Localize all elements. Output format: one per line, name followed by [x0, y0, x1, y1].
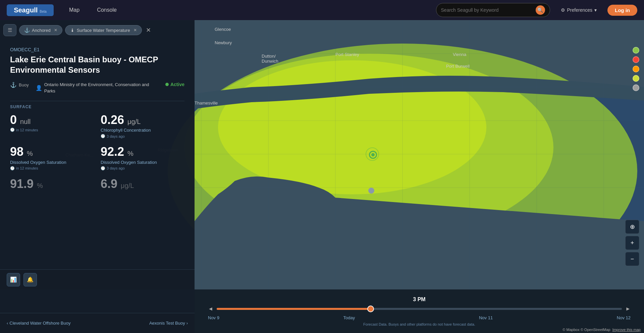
- section-surface-label: SURFACE: [10, 101, 184, 109]
- preferences-label: Preferences: [567, 7, 592, 13]
- panel-bottom-bar: 📊 🔔: [0, 269, 195, 289]
- meta-org-label: Ontario Ministry of the Environment, Con…: [44, 82, 159, 94]
- login-button[interactable]: Log in: [607, 5, 637, 16]
- search-bar: 🔍: [436, 3, 550, 17]
- time-ticks: Nov 9 Today Nov 11 Nov 12: [208, 315, 631, 320]
- metric-3-value: 98 %: [10, 145, 94, 158]
- panel-title: Lake Erie Central Basin buoy - OMECP Env…: [10, 54, 184, 75]
- metric-1-value: 0 null: [10, 113, 94, 127]
- map-attribution: © Mapbox © OpenStreetMap Improve this ma…: [562, 328, 641, 332]
- buoy-marker-gray[interactable]: [368, 188, 374, 194]
- map-controls: ⊕ + −: [625, 220, 639, 266]
- zoom-out-button[interactable]: −: [625, 252, 639, 266]
- tick-today: Today: [343, 315, 355, 320]
- nav-map[interactable]: Map: [64, 4, 85, 16]
- metric-6-value: 6.9 μg/L: [101, 177, 184, 191]
- active-label: Active: [170, 82, 184, 87]
- nav-console[interactable]: Console: [92, 4, 122, 16]
- logo: Seagull Beta: [7, 4, 54, 16]
- metric-2-label: Chlorophyll Concentration: [101, 128, 184, 133]
- legend-dot-yellow[interactable]: [633, 75, 639, 82]
- gear-icon: ⚙: [561, 7, 565, 13]
- metric-4-time: 🕐3 days ago: [101, 166, 184, 171]
- alert-button[interactable]: 🔔: [23, 273, 37, 286]
- logo-text: Seagull: [14, 6, 38, 14]
- anchor-icon: ⚓: [24, 27, 30, 33]
- metric-3-time: 🕐in 12 minutes: [10, 166, 94, 171]
- zoom-in-button[interactable]: +: [625, 236, 639, 250]
- metric-4: 92.2 % Dissolved Oxygen Saturation 🕐3 da…: [101, 145, 184, 171]
- chevron-down-icon: ▾: [594, 7, 597, 13]
- filter-bar: ☰ ⚓ Anchored ✕ 🌡 Surface Water Temperatu…: [3, 24, 152, 36]
- legend-dot-gray[interactable]: [633, 84, 639, 91]
- filter-temperature-label: Surface Water Temperature: [77, 28, 130, 33]
- tick-nov11: Nov 11: [479, 315, 493, 320]
- panel-meta: ⚓ Buoy 👤 Ontario Ministry of the Environ…: [10, 82, 184, 94]
- locate-button[interactable]: ⊕: [625, 220, 639, 234]
- thermometer-icon: 🌡: [70, 27, 75, 33]
- filter-anchored-label: Anchored: [32, 28, 51, 33]
- filter-close-button[interactable]: ✕: [145, 25, 152, 35]
- metric-4-value: 92.2 %: [101, 145, 184, 158]
- metric-5-value: 91.9 %: [10, 177, 94, 191]
- time-slider-area: 3 PM ◄ ► Nov 9 Today Nov 11 Nov 12 Forec…: [195, 289, 644, 333]
- meta-type-label: Buoy: [19, 82, 29, 87]
- panel-nav: ‹ Cleveland Water Offshore Buoy Aexonis …: [0, 313, 195, 333]
- chevron-left-icon: ‹: [7, 321, 8, 326]
- metric-6: 6.9 μg/L: [101, 177, 184, 191]
- buoy-marker-active[interactable]: [369, 151, 377, 159]
- legend-dot-green[interactable]: [633, 47, 639, 54]
- time-label: 3 PM: [413, 296, 425, 303]
- filter-chip-anchored[interactable]: ⚓ Anchored ✕: [19, 25, 62, 35]
- improve-map-link[interactable]: Improve this map: [612, 328, 641, 332]
- preferences-button[interactable]: ⚙ Preferences ▾: [557, 5, 601, 15]
- slider-thumb[interactable]: [367, 306, 374, 312]
- slider-arrow-right[interactable]: ►: [625, 306, 631, 312]
- metric-3: 98 % Dissolved Oxygen Saturation 🕐in 12 …: [10, 145, 94, 171]
- color-legend: [633, 47, 639, 91]
- meta-type: ⚓ Buoy: [10, 82, 29, 88]
- legend-dot-red[interactable]: [633, 56, 639, 63]
- metrics-grid: 0 null 🕐in 12 minutes 0.26 μg/L Chloroph…: [10, 113, 184, 191]
- meta-org-area: 👤 Ontario Ministry of the Environment, C…: [36, 82, 159, 94]
- filter-menu-button[interactable]: ☰: [3, 24, 16, 36]
- search-input[interactable]: [441, 7, 532, 13]
- forecast-note: Forecast Data. Buoys and other platforms…: [363, 322, 475, 326]
- filter-anchored-close[interactable]: ✕: [54, 28, 57, 32]
- metric-2-value: 0.26 μg/L: [101, 113, 184, 127]
- metric-1: 0 null 🕐in 12 minutes: [10, 113, 94, 139]
- prev-buoy-label: Cleveland Water Offshore Buoy: [9, 321, 70, 326]
- metric-1-time: 🕐in 12 minutes: [10, 128, 94, 132]
- slider-track-area: ◄ ►: [208, 306, 631, 312]
- navbar: Seagull Beta Map Console 🔍 ⚙ Preferences…: [0, 0, 644, 20]
- next-buoy-label: Aexonis Test Buoy: [149, 321, 185, 326]
- metric-2: 0.26 μg/L Chlorophyll Concentration 🕐3 d…: [101, 113, 184, 139]
- metric-2-time: 🕐3 days ago: [101, 134, 184, 138]
- metric-4-label: Dissolved Oxygen Saturation: [101, 160, 184, 165]
- buoy-icon: ⚓: [10, 82, 17, 88]
- tick-nov9: Nov 9: [208, 315, 219, 320]
- station-id: OMOECC_E1: [10, 47, 184, 52]
- nav-next-buoy[interactable]: Aexonis Test Buoy ›: [149, 321, 188, 326]
- metric-3-label: Dissolved Oxygen Saturation: [10, 160, 94, 165]
- filter-chip-temperature[interactable]: 🌡 Surface Water Temperature ✕: [65, 25, 142, 35]
- metric-5: 91.9 %: [10, 177, 94, 191]
- search-button[interactable]: 🔍: [536, 5, 545, 15]
- tick-nov12: Nov 12: [617, 315, 631, 320]
- legend-dot-orange[interactable]: [633, 66, 639, 72]
- chart-button[interactable]: 📊: [7, 273, 20, 286]
- logo-beta: Beta: [40, 10, 47, 13]
- active-badge: Active: [165, 82, 184, 87]
- filter-temperature-close[interactable]: ✕: [133, 28, 137, 32]
- slider-arrow-left[interactable]: ◄: [208, 306, 213, 312]
- active-indicator: [165, 83, 169, 86]
- chevron-right-icon: ›: [186, 321, 188, 326]
- slider-track[interactable]: [217, 308, 622, 310]
- person-icon: 👤: [36, 85, 42, 91]
- nav-prev-buoy[interactable]: ‹ Cleveland Water Offshore Buoy: [7, 321, 70, 326]
